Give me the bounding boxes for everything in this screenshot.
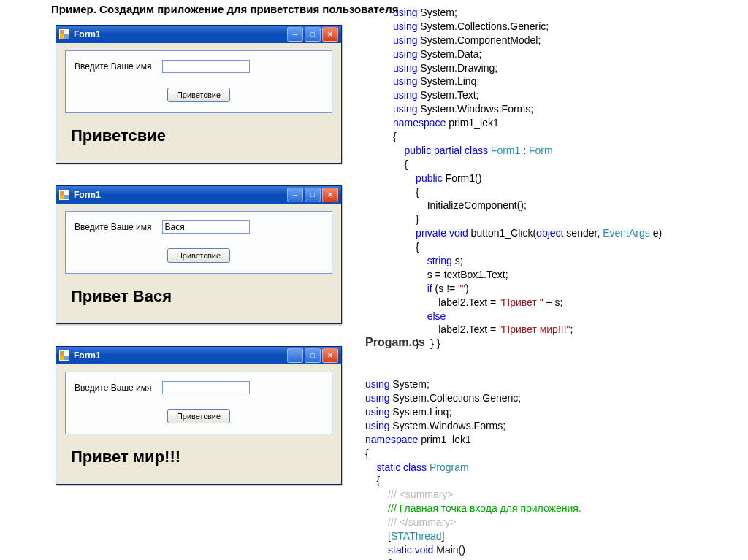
- maximize-icon[interactable]: □: [305, 348, 321, 363]
- svg-rect-1: [60, 30, 64, 34]
- name-label: Введите Ваше имя: [75, 222, 152, 232]
- name-input[interactable]: [162, 220, 250, 234]
- client-area: Введите Ваше имя Приветсвие Приветсвие: [56, 43, 341, 163]
- window-title: Form1: [74, 190, 287, 200]
- titlebar[interactable]: Form1 ─ □ ✕: [56, 347, 341, 364]
- result-label: Привет Вася: [65, 281, 332, 313]
- greet-button[interactable]: Приветсвие: [167, 248, 230, 263]
- titlebar[interactable]: Form1 ─ □ ✕: [56, 26, 341, 43]
- panel: Введите Ваше имя Приветсвие: [65, 211, 332, 274]
- svg-rect-5: [60, 191, 64, 195]
- close-icon[interactable]: ✕: [322, 188, 338, 202]
- name-label: Введите Ваше имя: [75, 61, 152, 72]
- slide-title: Пример. Создадим приложение для приветст…: [51, 3, 399, 15]
- program-filename: Progam.cs: [365, 334, 738, 350]
- form-window-1: Form1 ─ □ ✕ Введите Ваше имя Приветсвие …: [56, 25, 342, 164]
- form1-code: using System; using System.Collections.G…: [393, 6, 736, 350]
- window-title: Form1: [74, 29, 287, 39]
- result-label: Приветсвие: [65, 120, 332, 153]
- minimize-icon[interactable]: ─: [287, 188, 303, 202]
- forms-column: Form1 ─ □ ✕ Введите Ваше имя Приветсвие …: [56, 25, 348, 507]
- program-code: Progam.cs using System; using System.Col…: [365, 307, 738, 560]
- result-label: Привет мир!!!: [65, 442, 332, 474]
- panel: Введите Ваше имя Приветсвие: [65, 50, 332, 113]
- maximize-icon[interactable]: □: [305, 27, 321, 42]
- name-input[interactable]: [162, 60, 250, 73]
- app-icon: [59, 29, 69, 39]
- client-area: Введите Ваше имя Приветсвие Привет Вася: [56, 204, 341, 323]
- titlebar[interactable]: Form1 ─ □ ✕: [56, 186, 341, 204]
- svg-rect-11: [60, 356, 64, 360]
- svg-rect-9: [60, 351, 64, 356]
- window-title: Form1: [74, 350, 287, 361]
- panel: Введите Ваше имя Приветсвие: [65, 372, 332, 434]
- svg-rect-3: [60, 34, 64, 39]
- client-area: Введите Ваше имя Приветсвие Привет мир!!…: [56, 364, 341, 484]
- svg-rect-7: [60, 195, 64, 199]
- name-label: Введите Ваше имя: [75, 383, 152, 393]
- app-icon: [59, 190, 69, 200]
- maximize-icon[interactable]: □: [305, 188, 321, 202]
- program-code-body: using System; using System.Collections.G…: [365, 377, 738, 560]
- svg-rect-2: [64, 34, 69, 39]
- minimize-icon[interactable]: ─: [287, 348, 303, 363]
- app-icon: [59, 350, 69, 361]
- greet-button[interactable]: Приветсвие: [167, 409, 230, 423]
- close-icon[interactable]: ✕: [322, 348, 338, 363]
- name-input[interactable]: [162, 381, 250, 394]
- minimize-icon[interactable]: ─: [287, 27, 303, 42]
- form-window-2: Form1 ─ □ ✕ Введите Ваше имя Приветсвие …: [56, 185, 342, 324]
- form-window-3: Form1 ─ □ ✕ Введите Ваше имя Приветсвие …: [56, 346, 342, 485]
- close-icon[interactable]: ✕: [322, 27, 338, 42]
- svg-rect-6: [64, 195, 69, 199]
- greet-button[interactable]: Приветсвие: [167, 88, 230, 102]
- svg-rect-10: [64, 356, 69, 360]
